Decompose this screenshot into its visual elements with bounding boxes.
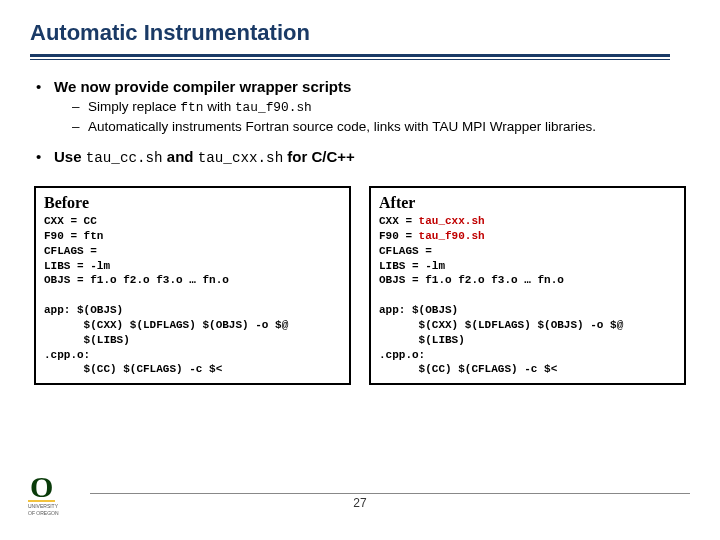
text-fragment: Simply replace bbox=[88, 99, 180, 114]
logo-text-2: OF OREGON bbox=[28, 511, 78, 516]
logo-text-1: UNIVERSITY bbox=[28, 504, 78, 509]
slide-title: Automatic Instrumentation bbox=[30, 20, 690, 46]
code-line: CXX = CC bbox=[44, 215, 97, 227]
after-title: After bbox=[379, 194, 676, 212]
code-line: .cpp.o: bbox=[44, 349, 90, 361]
code-line: LIBS = -lm bbox=[44, 260, 110, 272]
code-line: F90 = ftn bbox=[44, 230, 103, 242]
code-line: CXX = tau_cxx.sh bbox=[379, 215, 485, 227]
bullet-marker: • bbox=[36, 78, 54, 95]
code-line: $(LIBS) bbox=[44, 334, 130, 346]
code-columns: Before CXX = CC F90 = ftn CFLAGS = LIBS … bbox=[30, 186, 690, 385]
bullet-marker: • bbox=[36, 148, 54, 165]
code-line: OBJS = f1.o f2.o f3.o … fn.o bbox=[44, 274, 229, 286]
bullet-1b-text: Automatically instruments Fortran source… bbox=[88, 119, 596, 134]
highlighted-code: tau_f90.sh bbox=[419, 230, 485, 242]
code-line: $(CC) $(CFLAGS) -c $< bbox=[44, 363, 222, 375]
after-code: CXX = tau_cxx.sh F90 = tau_f90.sh CFLAGS… bbox=[379, 214, 676, 377]
bullet-1-text: We now provide compiler wrapper scripts bbox=[54, 78, 351, 95]
code-line: OBJS = f1.o f2.o f3.o … fn.o bbox=[379, 274, 564, 286]
code-tau-f90: tau_f90.sh bbox=[235, 100, 312, 115]
bullet-2: • Use tau_cc.sh and tau_cxx.sh for C/C++ bbox=[36, 148, 690, 166]
code-line: LIBS = -lm bbox=[379, 260, 445, 272]
bullet-1a-text: Simply replace ftn with tau_f90.sh bbox=[88, 99, 312, 115]
code-line: CFLAGS = bbox=[379, 245, 432, 257]
slide: Automatic Instrumentation • We now provi… bbox=[0, 0, 720, 540]
bullet-1: • We now provide compiler wrapper script… bbox=[36, 78, 690, 95]
text-fragment: CXX = bbox=[379, 215, 419, 227]
text-fragment: F90 = bbox=[379, 230, 419, 242]
bullet-list: • We now provide compiler wrapper script… bbox=[36, 78, 690, 166]
highlighted-code: tau_cxx.sh bbox=[419, 215, 485, 227]
bullet-1a: – Simply replace ftn with tau_f90.sh bbox=[72, 99, 690, 115]
code-line: $(CC) $(CFLAGS) -c $< bbox=[379, 363, 557, 375]
text-fragment: Use bbox=[54, 148, 86, 165]
before-box: Before CXX = CC F90 = ftn CFLAGS = LIBS … bbox=[34, 186, 351, 385]
code-tau-cc: tau_cc.sh bbox=[86, 150, 163, 166]
university-logo: O UNIVERSITY OF OREGON bbox=[28, 475, 78, 516]
code-line: $(LIBS) bbox=[379, 334, 465, 346]
before-title: Before bbox=[44, 194, 341, 212]
title-underline bbox=[30, 54, 670, 60]
code-ftn: ftn bbox=[180, 100, 203, 115]
page-number: 27 bbox=[0, 496, 720, 510]
code-line: .cpp.o: bbox=[379, 349, 425, 361]
code-line: app: $(OBJS) bbox=[379, 304, 458, 316]
code-line: app: $(OBJS) bbox=[44, 304, 123, 316]
before-code: CXX = CC F90 = ftn CFLAGS = LIBS = -lm O… bbox=[44, 214, 341, 377]
text-fragment: and bbox=[163, 148, 198, 165]
code-tau-cxx: tau_cxx.sh bbox=[198, 150, 284, 166]
bullet-2-text: Use tau_cc.sh and tau_cxx.sh for C/C++ bbox=[54, 148, 355, 166]
code-line: CFLAGS = bbox=[44, 245, 97, 257]
code-line: $(CXX) $(LDFLAGS) $(OBJS) -o $@ bbox=[379, 319, 623, 331]
logo-letter: O bbox=[28, 475, 55, 502]
code-line: $(CXX) $(LDFLAGS) $(OBJS) -o $@ bbox=[44, 319, 288, 331]
dash-marker: – bbox=[72, 119, 88, 134]
dash-marker: – bbox=[72, 99, 88, 114]
text-fragment: for C/C++ bbox=[283, 148, 355, 165]
footer-rule bbox=[90, 493, 690, 494]
code-line: F90 = tau_f90.sh bbox=[379, 230, 485, 242]
after-box: After CXX = tau_cxx.sh F90 = tau_f90.sh … bbox=[369, 186, 686, 385]
text-fragment: with bbox=[203, 99, 235, 114]
bullet-1b: – Automatically instruments Fortran sour… bbox=[72, 119, 690, 134]
